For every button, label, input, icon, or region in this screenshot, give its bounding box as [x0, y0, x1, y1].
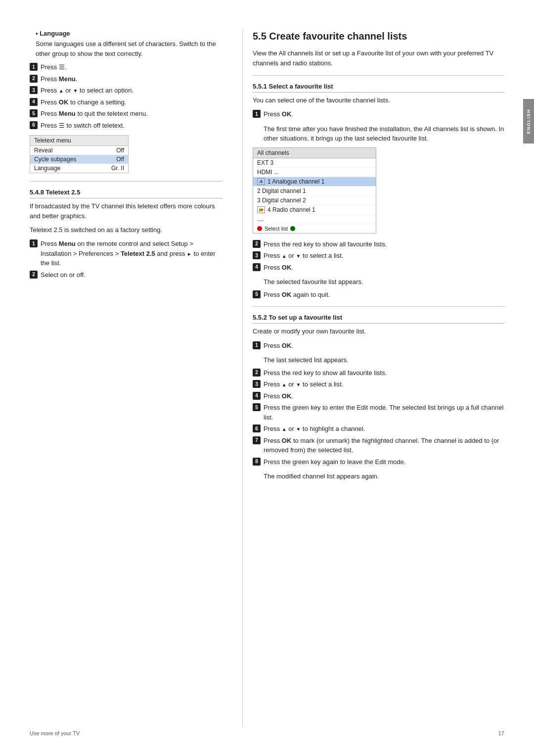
teletext-menu-row-highlight: Cycle subpagesOff [30, 155, 128, 164]
analogue-icon: A [257, 178, 265, 185]
divider [253, 306, 504, 307]
section-551-desc: You can select one of the favourite chan… [253, 95, 504, 105]
step-item: 5 Press Menu to quit the teletext menu. [30, 109, 222, 119]
section-552-steps-cont: 2 Press the red key to show all favourit… [253, 368, 504, 467]
step-item: 1 Press OK. [253, 109, 504, 119]
section-552-desc: Create or modify your own favourite list… [253, 327, 504, 336]
menu-icon [59, 63, 65, 71]
radio-icon: 📻 [257, 206, 265, 213]
channel-row: HDMI ... [253, 168, 376, 177]
step-item: 3 Press or to select a list. [253, 251, 504, 261]
section-551-post-steps: 2 Press the red key to show all favourit… [253, 239, 504, 273]
language-heading: • Language [36, 30, 222, 37]
step-item: 6 Press to switch off teletext. [30, 121, 222, 131]
arrow-up-icon [59, 87, 64, 94]
language-tab: ENGLISH [523, 99, 534, 143]
right-column: 5.5 Create favourite channel lists View … [242, 30, 504, 726]
step-item: 5 Press the green key to enter the Edit … [253, 403, 504, 422]
step-item: 5 Press OK again to quit. [253, 290, 504, 300]
teletext-menu-table: Teletext menu RevealOff Cycle subpagesOf… [30, 135, 129, 173]
left-column: • Language Some languages use a differen… [30, 30, 242, 726]
section-552-step1-note: The last selected list appears. [264, 355, 504, 365]
side-tab-label: ENGLISH [526, 109, 531, 134]
step-item: 2 Press Menu. [30, 74, 222, 84]
language-desc: Some languages use a different set of ch… [36, 39, 222, 58]
step-item: 4 Press OK. [253, 391, 504, 401]
step-item: 3 Press or to select an option. [30, 86, 222, 95]
section-551-title: 5.5.1 Select a favourite list [253, 83, 504, 93]
section-551-step5: 5 Press OK again to quit. [253, 290, 504, 300]
section-55-title: 5.5 Create favourite channel lists [253, 30, 504, 43]
arrow-down-icon [73, 87, 78, 94]
step-item: 8 Press the green key again to leave the… [253, 457, 504, 467]
section-551-step4-note: The selected favourite list appears. [264, 277, 504, 287]
step-item: 7 Press OK to mark (or unmark) the highl… [253, 436, 504, 455]
section-548-title: 5.4.8 Teletext 2.5 [30, 189, 222, 198]
arrow-up-icon [282, 380, 287, 388]
step-item: 1 Press . [30, 62, 222, 72]
teletext-menu-row: RevealOff [30, 146, 128, 155]
arrow-up-icon [282, 252, 287, 259]
arrow-down-icon [296, 252, 301, 259]
section-551-note: The first time after you have finished t… [264, 124, 504, 143]
teletext-menu-header: Teletext menu [30, 136, 128, 146]
section-548-desc2: Teletext 2.5 is switched on as a factory… [30, 225, 222, 235]
step-item: 4 Press OK. [253, 263, 504, 273]
red-dot-icon [257, 226, 262, 231]
arrow-up-icon [282, 425, 287, 432]
arrow-down-icon [296, 425, 301, 432]
step-item: 1 Press OK. [253, 341, 504, 351]
channel-select-row: Select list [253, 224, 376, 233]
step-item: 4 Press OK to change a setting. [30, 97, 222, 107]
section-552-steps: 1 Press OK. [253, 341, 504, 351]
channels-header: All channels [253, 148, 376, 158]
channel-row: 3 Digital channel 2 [253, 196, 376, 205]
channel-row: EXT 3 [253, 158, 376, 168]
channel-dots: .... [253, 215, 376, 224]
menu-icon [59, 122, 65, 129]
step-item: 6 Press or to highlight a channel. [253, 424, 504, 434]
step-item: 3 Press or to select a list. [253, 379, 504, 389]
select-list-label: Select list [265, 226, 288, 232]
channel-row: 2 Digital channel 1 [253, 187, 376, 196]
arrow-right-icon [187, 250, 192, 257]
section-551-pre-steps: 1 Press OK. [253, 109, 504, 119]
step-item: 2 Press the red key to show all favourit… [253, 239, 504, 249]
channel-row: 📻 4 Radio channel 1 [253, 205, 376, 215]
step-item: 2 Select on or off. [30, 270, 222, 280]
green-dot-icon [290, 226, 295, 231]
channel-row-highlighted: A 1 Analogue channel 1 [253, 177, 376, 187]
intro-steps-list: 1 Press . 2 Press Menu. 3 Press or to se… [30, 62, 222, 130]
step-item: 1 Press Menu on the remote control and s… [30, 239, 222, 268]
channels-box: All channels EXT 3 HDMI ... A 1 Analogue… [253, 147, 376, 234]
step-item: 2 Press the red key to show all favourit… [253, 368, 504, 378]
footer-left: Use more of your TV [30, 730, 80, 736]
section-548-steps: 1 Press Menu on the remote control and s… [30, 239, 222, 280]
page-footer: Use more of your TV 17 [30, 730, 504, 736]
section-552-step8-note: The modified channel list appears again. [264, 472, 504, 481]
section-55-desc: View the All channels list or set up a F… [253, 48, 504, 68]
arrow-down-icon [296, 380, 301, 388]
teletext-menu-row: LanguageGr. II [30, 164, 128, 173]
section-552-title: 5.5.2 To set up a favourite list [253, 314, 504, 324]
divider [30, 181, 222, 182]
divider [253, 75, 504, 76]
section-548-desc1: If broadcasted by the TV channel this te… [30, 201, 222, 221]
footer-right: 17 [498, 730, 504, 736]
